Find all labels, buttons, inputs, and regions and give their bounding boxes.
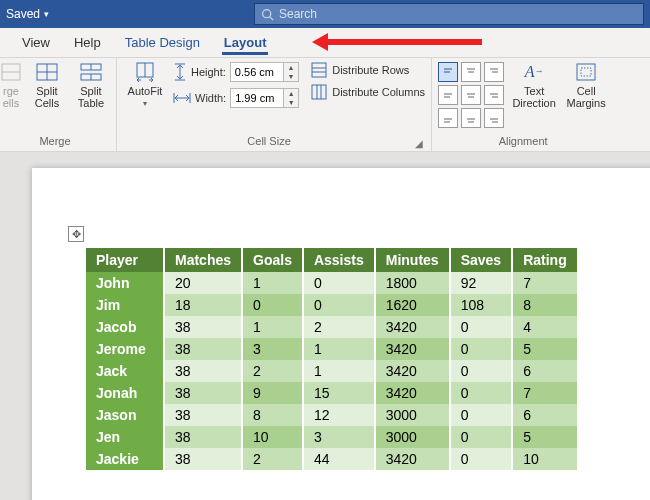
width-input[interactable] — [231, 92, 283, 104]
row-value-cell[interactable]: 3420 — [375, 360, 450, 382]
row-value-cell[interactable]: 2 — [303, 316, 375, 338]
width-spinner[interactable]: ▲▼ — [230, 88, 299, 108]
row-value-cell[interactable]: 38 — [164, 382, 242, 404]
row-value-cell[interactable]: 108 — [450, 294, 512, 316]
row-value-cell[interactable]: 12 — [303, 404, 375, 426]
row-name-cell[interactable]: Jerome — [86, 338, 164, 360]
table-row[interactable]: Jacob3812342004 — [86, 316, 578, 338]
text-direction-button[interactable]: A→ Text Direction — [510, 62, 558, 109]
table-header[interactable]: Saves — [450, 248, 512, 272]
align-top-right[interactable] — [484, 62, 504, 82]
align-bottom-left[interactable] — [438, 108, 458, 128]
row-value-cell[interactable]: 8 — [242, 404, 303, 426]
table-row[interactable]: Jackie382443420010 — [86, 448, 578, 470]
search-input[interactable] — [279, 7, 643, 21]
row-value-cell[interactable]: 2 — [242, 448, 303, 470]
row-value-cell[interactable]: 1800 — [375, 272, 450, 294]
table-row[interactable]: Jerome3831342005 — [86, 338, 578, 360]
row-value-cell[interactable]: 3000 — [375, 404, 450, 426]
row-value-cell[interactable]: 1 — [303, 338, 375, 360]
row-value-cell[interactable]: 44 — [303, 448, 375, 470]
distribute-rows-button[interactable]: Distribute Rows — [311, 62, 425, 78]
table-row[interactable]: John20101800927 — [86, 272, 578, 294]
tab-layout[interactable]: Layout — [212, 28, 279, 57]
table-row[interactable]: Jim180016201088 — [86, 294, 578, 316]
split-table-button[interactable]: Split Table — [72, 62, 110, 109]
row-value-cell[interactable]: 2 — [242, 360, 303, 382]
autofit-button[interactable]: AutoFit ▾ — [123, 62, 167, 109]
cell-margins-button[interactable]: Cell Margins — [564, 62, 608, 109]
row-value-cell[interactable]: 1620 — [375, 294, 450, 316]
row-name-cell[interactable]: Jacob — [86, 316, 164, 338]
row-value-cell[interactable]: 0 — [450, 316, 512, 338]
distribute-columns-button[interactable]: Distribute Columns — [311, 84, 425, 100]
row-value-cell[interactable]: 1 — [242, 316, 303, 338]
row-value-cell[interactable]: 8 — [512, 294, 578, 316]
row-name-cell[interactable]: Jonah — [86, 382, 164, 404]
row-value-cell[interactable]: 6 — [512, 360, 578, 382]
row-value-cell[interactable]: 20 — [164, 272, 242, 294]
row-name-cell[interactable]: John — [86, 272, 164, 294]
table-header[interactable]: Assists — [303, 248, 375, 272]
row-name-cell[interactable]: Jen — [86, 426, 164, 448]
split-cells-button[interactable]: Split Cells — [28, 62, 66, 109]
row-value-cell[interactable]: 7 — [512, 272, 578, 294]
row-value-cell[interactable]: 7 — [512, 382, 578, 404]
save-status[interactable]: Saved ▾ — [6, 7, 49, 21]
search-box[interactable] — [254, 3, 644, 25]
row-value-cell[interactable]: 5 — [512, 338, 578, 360]
align-middle-center[interactable] — [461, 85, 481, 105]
row-name-cell[interactable]: Jack — [86, 360, 164, 382]
row-value-cell[interactable]: 0 — [450, 360, 512, 382]
align-top-center[interactable] — [461, 62, 481, 82]
row-value-cell[interactable]: 38 — [164, 426, 242, 448]
row-value-cell[interactable]: 38 — [164, 360, 242, 382]
row-value-cell[interactable]: 38 — [164, 448, 242, 470]
table-move-handle[interactable]: ✥ — [68, 226, 84, 242]
table-header[interactable]: Goals — [242, 248, 303, 272]
row-value-cell[interactable]: 1 — [303, 360, 375, 382]
table-header[interactable]: Player — [86, 248, 164, 272]
tab-help[interactable]: Help — [62, 28, 113, 57]
spin-up[interactable]: ▲ — [284, 63, 298, 72]
row-value-cell[interactable]: 38 — [164, 338, 242, 360]
row-value-cell[interactable]: 3 — [242, 338, 303, 360]
row-value-cell[interactable]: 0 — [450, 426, 512, 448]
row-value-cell[interactable]: 92 — [450, 272, 512, 294]
row-value-cell[interactable]: 0 — [450, 382, 512, 404]
tab-view[interactable]: View — [10, 28, 62, 57]
row-value-cell[interactable]: 0 — [450, 338, 512, 360]
row-value-cell[interactable]: 4 — [512, 316, 578, 338]
row-name-cell[interactable]: Jim — [86, 294, 164, 316]
cell-size-dialog-launcher[interactable]: ◢ — [415, 138, 425, 149]
align-bottom-right[interactable] — [484, 108, 504, 128]
row-value-cell[interactable]: 3000 — [375, 426, 450, 448]
row-value-cell[interactable]: 38 — [164, 316, 242, 338]
row-value-cell[interactable]: 0 — [303, 294, 375, 316]
table-row[interactable]: Jonah38915342007 — [86, 382, 578, 404]
data-table[interactable]: PlayerMatchesGoalsAssistsMinutesSavesRat… — [86, 248, 579, 470]
row-value-cell[interactable]: 0 — [303, 272, 375, 294]
tab-table-design[interactable]: Table Design — [113, 28, 212, 57]
table-header[interactable]: Matches — [164, 248, 242, 272]
row-value-cell[interactable]: 10 — [242, 426, 303, 448]
spin-down[interactable]: ▼ — [284, 72, 298, 81]
table-header[interactable]: Rating — [512, 248, 578, 272]
align-bottom-center[interactable] — [461, 108, 481, 128]
table-row[interactable]: Jason38812300006 — [86, 404, 578, 426]
table-header[interactable]: Minutes — [375, 248, 450, 272]
row-value-cell[interactable]: 1 — [242, 272, 303, 294]
row-value-cell[interactable]: 3420 — [375, 338, 450, 360]
row-value-cell[interactable]: 3 — [303, 426, 375, 448]
spin-up[interactable]: ▲ — [284, 89, 298, 98]
row-value-cell[interactable]: 0 — [450, 448, 512, 470]
row-value-cell[interactable]: 9 — [242, 382, 303, 404]
spin-down[interactable]: ▼ — [284, 98, 298, 107]
align-middle-right[interactable] — [484, 85, 504, 105]
row-value-cell[interactable]: 6 — [512, 404, 578, 426]
row-value-cell[interactable]: 10 — [512, 448, 578, 470]
table-row[interactable]: Jack3821342006 — [86, 360, 578, 382]
align-middle-left[interactable] — [438, 85, 458, 105]
row-name-cell[interactable]: Jackie — [86, 448, 164, 470]
row-value-cell[interactable]: 5 — [512, 426, 578, 448]
